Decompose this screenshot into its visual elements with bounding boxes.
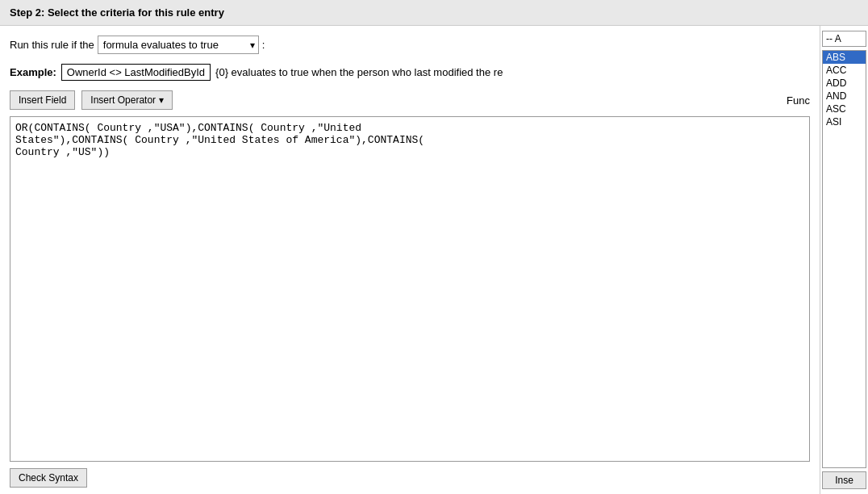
function-item-abs[interactable]: ABS (823, 51, 866, 64)
example-formula: OwnerId <> LastModifiedById (61, 64, 211, 81)
insert-field-button[interactable]: Insert Field (10, 90, 75, 110)
example-row: Example: OwnerId <> LastModifiedById {0}… (10, 64, 810, 81)
rule-prefix: Run this rule if the (10, 39, 94, 51)
condition-dropdown[interactable]: formula evaluates to true (98, 36, 259, 54)
rule-row: Run this rule if the formula evaluates t… (10, 36, 810, 54)
toolbar-row: Insert Field Insert Operator ▾ Func (10, 90, 810, 110)
insert-operator-button[interactable]: Insert Operator ▾ (81, 90, 173, 110)
content-area: Run this rule if the formula evaluates t… (0, 26, 868, 494)
insert-function-button[interactable]: Inse (822, 471, 866, 489)
functions-panel: -- A ABS ACC ADD AND ASC ASI Inse (820, 26, 868, 494)
check-syntax-button[interactable]: Check Syntax (10, 468, 87, 488)
example-label: Example: (10, 66, 56, 78)
functions-category-dropdown[interactable]: -- A (822, 31, 866, 47)
rule-suffix: : (262, 39, 265, 51)
step-title: Step 2: Select the criteria for this rul… (10, 6, 224, 19)
bottom-row: Check Syntax (10, 468, 810, 488)
functions-header-label: Func (787, 94, 810, 107)
condition-dropdown-wrapper[interactable]: formula evaluates to true (98, 36, 259, 54)
function-item-add[interactable]: ADD (823, 77, 866, 90)
toolbar-left: Insert Field Insert Operator ▾ (10, 90, 173, 110)
page-container: Step 2: Select the criteria for this rul… (0, 0, 868, 494)
function-item-acc[interactable]: ACC (823, 64, 866, 77)
dropdown-arrow-icon: ▾ (159, 94, 164, 106)
function-item-and[interactable]: AND (823, 90, 866, 103)
function-item-asc[interactable]: ASC (823, 103, 866, 115)
step-header: Step 2: Select the criteria for this rul… (0, 0, 868, 26)
function-list: ABS ACC ADD AND ASC ASI (822, 50, 866, 468)
example-description: {0} evaluates to true when the person wh… (215, 66, 503, 78)
main-panel: Run this rule if the formula evaluates t… (0, 26, 820, 494)
insert-btn-wrapper: Inse (820, 468, 868, 491)
function-item-asi[interactable]: ASI (823, 115, 866, 128)
formula-textarea[interactable]: OR(CONTAINS( Country ,"USA"),CONTAINS( C… (10, 116, 810, 462)
insert-operator-label: Insert Operator (90, 94, 156, 106)
